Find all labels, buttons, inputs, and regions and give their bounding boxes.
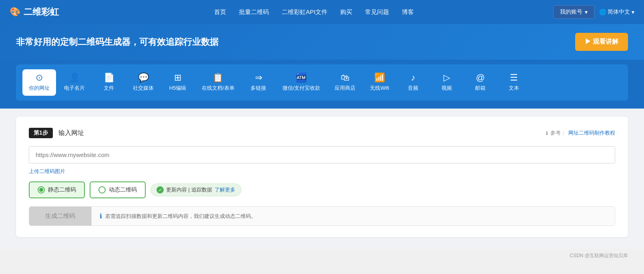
category-item-wifi[interactable]: 📶无线Wifi (363, 69, 395, 96)
footer-text: CSDN @互联网运营知贝库 (570, 253, 628, 258)
file-label: 文件 (104, 85, 114, 92)
nav-item-首页[interactable]: 首页 (214, 8, 226, 16)
doc-label: 在线文档/表单 (202, 85, 235, 92)
email-label: 邮箱 (475, 85, 486, 92)
dynamic-features-text: 更新内容 | 追踪数据 (166, 186, 212, 193)
category-item-doc[interactable]: 📋在线文档/表单 (195, 69, 241, 96)
multi-label: 多链接 (251, 85, 266, 92)
ref-label: 参考： (550, 129, 566, 137)
category-item-multi[interactable]: ⇒多链接 (243, 69, 275, 96)
main-content: 第1步 输入网址 ℹ 参考： 网址二维码制作教程 上传二维码图片 静态二维码 动… (0, 109, 644, 249)
info-ref-icon: ℹ (546, 130, 548, 136)
app-icon: 🛍 (341, 73, 349, 82)
vcard-icon: 👤 (69, 73, 80, 82)
category-item-h5[interactable]: ⊞H5编辑 (162, 69, 194, 96)
globe-icon: 🌐 (599, 9, 606, 15)
category-inner: ⊙你的网址👤电子名片📄文件💬社交媒体⊞H5编辑📋在线文档/表单⇒多链接🏧微信/支… (16, 64, 628, 101)
category-item-video[interactable]: ▷视频 (431, 69, 463, 96)
social-label: 社交媒体 (133, 85, 154, 92)
category-item-file[interactable]: 📄文件 (93, 69, 125, 96)
lang-label: 简体中文 (608, 8, 630, 16)
static-qr-button[interactable]: 静态二维码 (29, 181, 85, 198)
nav-links: 首页批量二维码二维彩虹API文件购买常见问题博客 (75, 8, 553, 16)
dynamic-radio (98, 186, 106, 193)
nav-item-常见问题[interactable]: 常见问题 (365, 8, 389, 16)
url-icon: ⊙ (36, 73, 43, 82)
dynamic-qr-label: 动态二维码 (109, 186, 137, 193)
email-icon: @ (476, 73, 485, 82)
learn-more-link[interactable]: 了解更多 (215, 186, 235, 193)
chevron-down-icon: ▾ (585, 9, 588, 15)
generate-hint: ℹ 若需追踪扫描数据和更新二维码内容，我们建议生成动态二维码。 (91, 207, 615, 226)
account-label: 我的账号 (560, 8, 582, 16)
category-item-social[interactable]: 💬社交媒体 (126, 69, 160, 96)
category-item-audio[interactable]: ♪音频 (397, 69, 429, 96)
video-icon: ▷ (443, 73, 450, 82)
watch-button[interactable]: ▶ 观看讲解 (575, 33, 628, 51)
logo: 🎨 二维彩虹 (10, 6, 59, 18)
hero-title: 非常好用的定制二维码生成器，可有效追踪行业数据 (16, 36, 219, 48)
vcard-label: 电子名片 (64, 85, 85, 92)
step-badge: 第1步 (29, 128, 53, 138)
navbar-right: 我的账号 ▾ 🌐 简体中文 ▾ (553, 5, 634, 19)
nav-item-购买[interactable]: 购买 (340, 8, 352, 16)
logo-text: 二维彩虹 (24, 6, 59, 18)
video-label: 视频 (441, 85, 452, 92)
doc-icon: 📋 (213, 73, 223, 82)
nav-item-批量二维码[interactable]: 批量二维码 (239, 8, 269, 16)
generate-row: 生成二维码 ℹ 若需追踪扫描数据和更新二维码内容，我们建议生成动态二维码。 (29, 206, 615, 226)
upload-link[interactable]: 上传二维码图片 (29, 168, 65, 175)
hint-info-icon: ℹ (100, 212, 102, 220)
dynamic-features-badge: ✓ 更新内容 | 追踪数据 了解更多 (150, 183, 241, 196)
step-header: 第1步 输入网址 ℹ 参考： 网址二维码制作教程 (29, 128, 615, 138)
multi-icon: ⇒ (255, 73, 262, 82)
language-button[interactable]: 🌐 简体中文 ▾ (599, 8, 634, 16)
pay-icon: 🏧 (296, 73, 307, 82)
app-label: 应用商店 (335, 85, 355, 92)
audio-icon: ♪ (411, 73, 415, 82)
step1-card: 第1步 输入网址 ℹ 参考： 网址二维码制作教程 上传二维码图片 静态二维码 动… (16, 117, 628, 237)
social-icon: 💬 (138, 73, 149, 82)
static-qr-label: 静态二维码 (48, 186, 76, 193)
wifi-icon: 📶 (374, 73, 385, 82)
category-item-text[interactable]: ☰文本 (498, 69, 530, 96)
category-item-app[interactable]: 🛍应用商店 (328, 69, 362, 96)
hero-banner: 非常好用的定制二维码生成器，可有效追踪行业数据 ▶ 观看讲解 (0, 24, 644, 60)
dynamic-qr-button[interactable]: 动态二维码 (90, 181, 146, 198)
footer-note: CSDN @互联网运营知贝库 (0, 249, 644, 261)
hint-text: 若需追踪扫描数据和更新二维码内容，我们建议生成动态二维码。 (105, 213, 256, 220)
url-input[interactable] (29, 146, 615, 163)
lang-chevron-icon: ▾ (632, 9, 634, 15)
url-label: 你的网址 (29, 85, 50, 92)
h5-label: H5编辑 (169, 85, 187, 92)
static-radio (38, 186, 45, 193)
audio-label: 音频 (408, 85, 418, 92)
file-icon: 📄 (104, 73, 114, 82)
text-icon: ☰ (510, 73, 518, 82)
logo-icon: 🎨 (10, 7, 20, 17)
generate-button[interactable]: 生成二维码 (29, 207, 91, 226)
h5-icon: ⊞ (174, 73, 181, 82)
category-item-vcard[interactable]: 👤电子名片 (58, 69, 91, 96)
category-item-email[interactable]: @邮箱 (464, 69, 496, 96)
ref-link[interactable]: 网址二维码制作教程 (568, 129, 615, 137)
step-title: 输入网址 (58, 129, 84, 137)
nav-item-二维彩虹API文件[interactable]: 二维彩虹API文件 (282, 8, 327, 16)
navbar: 🎨 二维彩虹 首页批量二维码二维彩虹API文件购买常见问题博客 我的账号 ▾ 🌐… (0, 0, 644, 24)
category-item-pay[interactable]: 🏧微信/支付宝收款 (276, 69, 327, 96)
category-bar: ⊙你的网址👤电子名片📄文件💬社交媒体⊞H5编辑📋在线文档/表单⇒多链接🏧微信/支… (0, 60, 644, 109)
qr-type-row: 静态二维码 动态二维码 ✓ 更新内容 | 追踪数据 了解更多 (29, 181, 615, 198)
text-label: 文本 (509, 85, 519, 92)
nav-item-博客[interactable]: 博客 (402, 8, 414, 16)
category-item-url[interactable]: ⊙你的网址 (22, 69, 56, 96)
pay-label: 微信/支付宝收款 (283, 85, 321, 92)
account-button[interactable]: 我的账号 ▾ (553, 5, 594, 19)
step-ref: ℹ 参考： 网址二维码制作教程 (546, 129, 615, 137)
check-icon: ✓ (156, 186, 164, 193)
wifi-label: 无线Wifi (370, 85, 389, 92)
